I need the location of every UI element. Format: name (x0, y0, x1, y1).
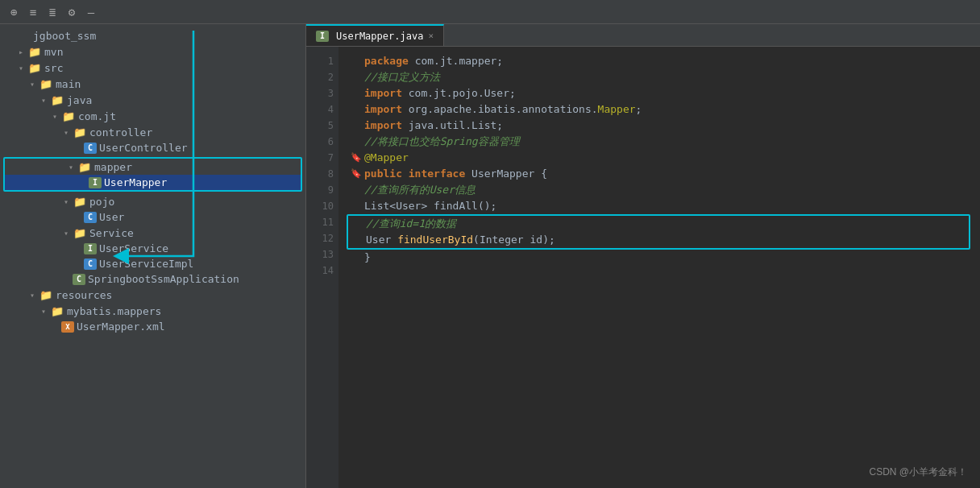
code-tokens-9: //查询所有的User信息 (364, 182, 475, 198)
code-line-6: //将接口也交给Spring容器管理 (348, 134, 970, 150)
toolbar-icon-align[interactable]: ≡ (26, 5, 40, 19)
token: public (364, 167, 409, 180)
sidebar-item-service[interactable]: ▾📁Service (0, 225, 305, 241)
tree-label: com.jt (78, 110, 116, 122)
line-number-5: 5 (306, 118, 334, 134)
tree-label: main (56, 78, 81, 90)
folder-icon: 📁 (50, 93, 64, 106)
tree-label: pojo (89, 196, 114, 208)
code-area: 1234567891011121314 package com.jt.mappe… (306, 47, 980, 488)
code-line-13: } (348, 250, 970, 266)
gutter-8: 🔖 (348, 166, 364, 182)
token: import (364, 87, 409, 99)
sidebar-item-usermapper-xml[interactable]: XUserMapper.xml (0, 319, 305, 334)
code-tokens-2: //接口定义方法 (364, 69, 440, 85)
code-line-10: List<User> findAll(); (348, 198, 970, 214)
sidebar-item-jgboot_ssm[interactable]: jgboot_ssm (0, 27, 305, 43)
token: findUserById (397, 234, 473, 246)
tab-close-button[interactable]: × (428, 31, 434, 41)
line-number-12: 12 (306, 230, 334, 246)
toolbar: ⊕ ≡ ≣ ⚙ — (0, 0, 980, 24)
watermark: CSDN @小羊考金科！ (869, 464, 967, 480)
sidebar-item-src[interactable]: ▾📁src (0, 60, 305, 76)
token: ; (636, 103, 642, 115)
token: UserMapper (471, 167, 534, 180)
sidebar-item-usercontroller[interactable]: CUserController (0, 140, 305, 155)
folder-icon: 📁 (27, 45, 42, 58)
sidebar-item-controller[interactable]: ▾📁controller (0, 124, 305, 140)
sidebar-item-resources[interactable]: ▾📁resources (0, 287, 305, 303)
token: //查询所有的User信息 (364, 184, 475, 196)
toolbar-icon-add[interactable]: ⊕ (6, 5, 21, 19)
folder-icon: 📁 (73, 226, 87, 239)
tree-label: jgboot_ssm (33, 30, 96, 42)
token: <User> (389, 200, 427, 212)
token: //查询id=1的数据 (366, 217, 456, 230)
class-icon: C (84, 143, 97, 154)
sidebar-item-java[interactable]: ▾📁java (0, 92, 305, 108)
code-line-8: 🔖public interface UserMapper { (348, 166, 970, 182)
token: Mapper (598, 103, 636, 115)
tree-label: User (99, 211, 124, 223)
token: package (364, 55, 415, 67)
folder-icon: 📁 (27, 61, 42, 74)
sidebar-item-pojo[interactable]: ▾📁pojo (0, 193, 305, 209)
token: List (364, 200, 389, 212)
tree-label: mybatis.mappers (67, 305, 161, 317)
code-tokens-1: package com.jt.mapper; (364, 53, 503, 69)
code-line-2: //接口定义方法 (348, 69, 970, 85)
interface-icon-usermapper: I (89, 177, 102, 188)
tree-arrow-java: ▾ (37, 96, 50, 105)
mapper-highlight-box: ▾📁mapperIUserMapper (3, 157, 302, 192)
sidebar-item-usermapper[interactable]: IUserMapper (5, 175, 301, 190)
line-number-14: 14 (306, 263, 334, 279)
sidebar-item-mapper[interactable]: ▾📁mapper (5, 159, 301, 175)
tree-label: UserService (99, 242, 168, 254)
token: (Integer id); (473, 234, 555, 246)
token: { (534, 167, 547, 180)
sidebar-item-mvn[interactable]: ▸📁mvn (0, 43, 305, 60)
token: interface (409, 167, 471, 180)
toolbar-icon-minimize[interactable]: — (84, 5, 98, 19)
tab-bar: I UserMapper.java × (306, 24, 980, 47)
code-line-12: User findUserById(Integer id); (350, 232, 969, 248)
code-line-11: //查询id=1的数据 (350, 216, 969, 232)
token: java.util.List; (409, 119, 503, 131)
tree-label: resources (56, 289, 112, 301)
code-tokens-11: //查询id=1的数据 (366, 216, 456, 232)
sidebar-item-main[interactable]: ▾📁main (0, 76, 305, 92)
sidebar-item-mybatis-mappers[interactable]: ▾📁mybatis.mappers (0, 303, 305, 319)
sidebar-item-user[interactable]: CUser (0, 209, 305, 225)
tree-label: mvn (44, 46, 63, 58)
token: import (364, 119, 409, 131)
code-line-7: 🔖@Mapper (348, 150, 970, 166)
line-number-7: 7 (306, 150, 334, 166)
tree-arrow-controller: ▾ (60, 128, 73, 137)
tree-label: UserMapper.xml (77, 321, 165, 333)
toolbar-icon-settings[interactable]: ⚙ (64, 5, 79, 19)
toolbar-icon-align2[interactable]: ≣ (45, 5, 60, 19)
class-icon: C (84, 258, 97, 270)
code-tokens-12: User findUserById(Integer id); (366, 232, 555, 248)
sidebar-item-userservice[interactable]: IUserService (0, 241, 305, 256)
sidebar-item-userserviceimpl[interactable]: CUserServiceImpl (0, 256, 305, 271)
line-number-11: 11 (306, 214, 334, 230)
tab-file-icon: I (316, 31, 329, 42)
code-tokens-10: List<User> findAll(); (364, 198, 496, 214)
sidebar-item-springbootssmapplication[interactable]: CSpringbootSsmApplication (0, 271, 305, 287)
token: org.apache.ibatis.annotations. (409, 103, 598, 115)
tree-arrow-main: ▾ (26, 80, 39, 89)
line-number-10: 10 (306, 198, 334, 214)
spring-class-icon: C (73, 274, 85, 285)
tab-usermapper[interactable]: I UserMapper.java × (306, 24, 444, 46)
tree-arrow-src: ▾ (15, 64, 27, 72)
code-content[interactable]: package com.jt.mapper;//接口定义方法import com… (338, 47, 980, 488)
tree-arrow-com.jt: ▾ (48, 112, 61, 121)
tree-label: Service (89, 227, 134, 239)
interface-icon: I (84, 243, 97, 254)
token: //将接口也交给Spring容器管理 (364, 135, 520, 147)
code-tokens-5: import java.util.List; (364, 118, 503, 134)
sidebar-item-com-jt[interactable]: ▾📁com.jt (0, 108, 305, 124)
line-number-3: 3 (306, 85, 334, 101)
line-number-13: 13 (306, 246, 334, 263)
